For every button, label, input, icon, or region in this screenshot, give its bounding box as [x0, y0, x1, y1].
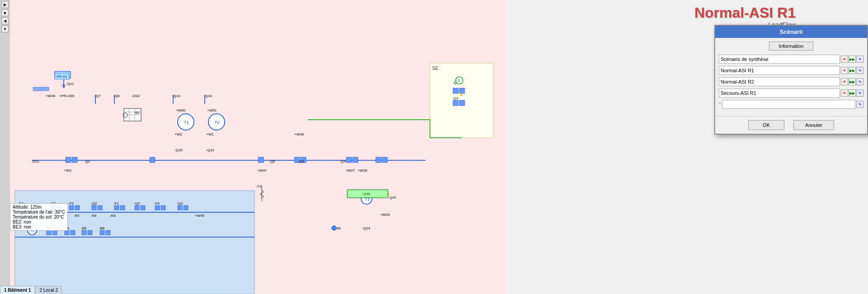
- svg-rect-126: [106, 230, 110, 235]
- scenario-row-new: * ✎: [719, 99, 863, 109]
- svg-text:-Q3: -Q3: [298, 159, 304, 163]
- svg-rect-121: [65, 230, 69, 235]
- svg-text:-B5: -B5: [81, 226, 87, 230]
- svg-text:G: G: [458, 79, 460, 82]
- svg-rect-79: [453, 100, 458, 106]
- svg-text:+W47: +W47: [257, 168, 267, 173]
- scenario-input-synth[interactable]: [719, 55, 840, 64]
- svg-point-72: [332, 226, 336, 230]
- svg-rect-122: [71, 230, 75, 235]
- svg-text:-Q1: -Q1: [453, 96, 459, 100]
- svg-text:-Q46: -Q46: [362, 192, 370, 196]
- svg-text:+PR-D99: +PR-D99: [59, 94, 75, 98]
- info-button[interactable]: Information: [769, 42, 813, 51]
- scenario-edit-synth[interactable]: ✎: [856, 56, 863, 63]
- scenario-edit-secours-r1[interactable]: ✎: [856, 89, 863, 97]
- svg-text:-K5: -K5: [74, 214, 80, 218]
- info-tooltip: Altitude: 125m Température de l'air: 30°…: [10, 203, 68, 231]
- svg-rect-119: [47, 230, 51, 235]
- new-entry-star: *: [719, 101, 721, 107]
- cancel-button[interactable]: Annuler: [793, 120, 834, 130]
- main-canvas: SE -PR-G1 -Q11 +W48 +PR-D99 -Q7 -Q8 -DS2…: [0, 0, 506, 294]
- svg-rect-53: [376, 157, 381, 163]
- svg-text:+W2: +W2: [175, 132, 182, 136]
- scenario-delete-normal-r2[interactable]: ✕: [841, 78, 848, 85]
- svg-rect-125: [100, 230, 104, 235]
- scenario-edit-new[interactable]: ✎: [856, 101, 863, 108]
- tooltip-line5: BE3: non: [13, 224, 65, 229]
- svg-rect-94: [75, 205, 80, 210]
- scenario-delete-synth[interactable]: ✕: [841, 56, 848, 63]
- svg-rect-120: [52, 230, 57, 235]
- scenario-run-normal-r2[interactable]: ▶▶: [849, 78, 856, 85]
- ok-button[interactable]: OK: [748, 120, 784, 130]
- svg-rect-101: [155, 205, 160, 210]
- svg-rect-50: [353, 157, 358, 163]
- tooltip-line2: Température de l'air: 30°C: [13, 210, 65, 215]
- scenario-run-synth[interactable]: ▶▶: [849, 56, 856, 63]
- svg-text:+W27: +W27: [345, 168, 355, 173]
- scenario-btns-normal-r2: ✕ ▶▶ ✎: [841, 78, 863, 85]
- svg-text:-Q47: -Q47: [388, 196, 396, 200]
- svg-text:+W29: +W29: [380, 213, 390, 217]
- scenario-run-secours-r1[interactable]: ▶▶: [849, 89, 856, 97]
- svg-rect-102: [161, 205, 165, 210]
- svg-rect-93: [69, 205, 74, 210]
- svg-text:-Q2: -Q2: [84, 159, 90, 163]
- scenarii-footer: OK Annuler: [715, 116, 867, 134]
- svg-rect-42: [72, 157, 77, 163]
- scenario-input-new[interactable]: [722, 100, 855, 109]
- svg-rect-76: [453, 88, 458, 93]
- scenario-btns-normal-r1: ✕ ▶▶ ✎: [841, 67, 863, 74]
- svg-text:-B6: -B6: [99, 226, 105, 230]
- scenario-delete-normal-r1[interactable]: ✕: [841, 67, 848, 74]
- scenario-row-normal-r1: ✕ ▶▶ ✎: [719, 65, 863, 75]
- svg-text:+W46: +W46: [294, 132, 304, 136]
- svg-text:-Q24: -Q24: [362, 226, 370, 230]
- app-title: Normal-ASI R1: [694, 5, 796, 21]
- toolbar-btn-3[interactable]: ◀: [1, 17, 9, 24]
- svg-text:-C1: -C1: [256, 184, 262, 188]
- svg-rect-80: [459, 100, 465, 106]
- svg-text:SE: SE: [432, 66, 439, 71]
- scenario-input-normal-r2[interactable]: [719, 77, 840, 86]
- scenario-btns-new: ✎: [856, 101, 863, 108]
- svg-rect-103: [178, 205, 182, 210]
- scenarii-body: Information ✕ ▶▶ ✎ ✕ ▶▶ ✎ ✕ ▶▶: [715, 38, 867, 114]
- svg-text:+W50: +W50: [176, 108, 186, 112]
- tooltip-line1: Altitude: 125m: [13, 205, 65, 210]
- svg-rect-100: [141, 205, 145, 210]
- scenario-input-normal-r1[interactable]: [719, 66, 840, 75]
- svg-rect-96: [98, 205, 102, 210]
- scenario-input-secours-r1[interactable]: [719, 89, 840, 98]
- svg-text:-K6: -K6: [91, 214, 97, 218]
- svg-rect-104: [184, 205, 188, 210]
- svg-text:-Q3: -Q3: [134, 201, 140, 205]
- svg-text:-Q10: -Q10: [175, 148, 183, 152]
- svg-rect-98: [120, 205, 125, 210]
- toolbar-btn-1[interactable]: ▶: [1, 1, 9, 8]
- svg-rect-99: [135, 205, 139, 210]
- svg-text:-K8: -K8: [110, 214, 116, 218]
- scenarii-titlebar: Scénarii: [715, 26, 867, 38]
- svg-rect-97: [114, 205, 119, 210]
- tab-batiment1[interactable]: 1 Bâtiment 1: [0, 286, 35, 294]
- svg-text:-Q13: -Q13: [172, 94, 180, 98]
- tooltip-line3: Température du sol: 20°C: [13, 215, 65, 219]
- svg-text:T1: T1: [184, 120, 189, 125]
- tab-local2[interactable]: 2 Local 2: [35, 286, 62, 294]
- svg-rect-124: [88, 230, 92, 235]
- scenario-edit-normal-r1[interactable]: ✎: [856, 67, 863, 74]
- svg-rect-41: [66, 157, 71, 163]
- scenario-edit-normal-r2[interactable]: ✎: [856, 78, 863, 85]
- scenario-row-synth: ✕ ▶▶ ✎: [719, 54, 863, 64]
- toolbar-btn-2[interactable]: ■: [1, 9, 9, 16]
- scenarii-dialog: Scénarii Information ✕ ▶▶ ✎ ✕ ▶▶ ✎: [714, 25, 868, 135]
- scenario-delete-secours-r1[interactable]: ✕: [841, 89, 848, 97]
- svg-text:-F4: -F4: [154, 201, 160, 205]
- svg-rect-123: [82, 230, 86, 235]
- svg-text:+W48: +W48: [46, 94, 56, 98]
- svg-text:-Q2: -Q2: [177, 201, 183, 205]
- scenario-run-normal-r1[interactable]: ▶▶: [849, 67, 856, 74]
- toolbar-btn-4[interactable]: ▼: [1, 25, 9, 33]
